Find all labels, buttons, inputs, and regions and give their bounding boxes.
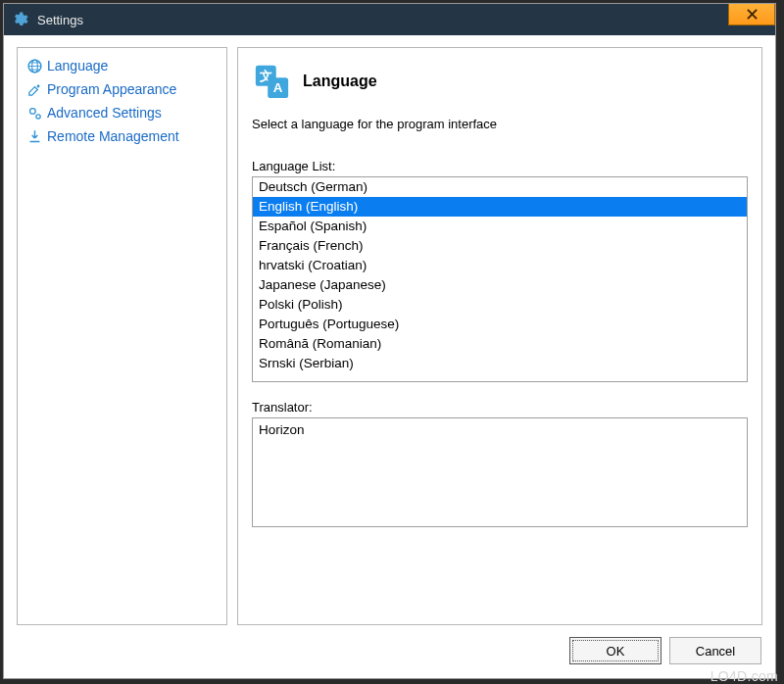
language-option[interactable]: Polski (Polish) (253, 295, 747, 315)
language-option[interactable]: Español (Spanish) (253, 217, 747, 236)
svg-point-2 (36, 84, 39, 87)
sidebar-item-label: Program Appearance (47, 78, 176, 100)
language-list-label: Language List: (252, 159, 748, 173)
window-title: Settings (37, 13, 83, 27)
sidebar-item-label: Language (47, 55, 108, 76)
sidebar-item-language[interactable]: Language (22, 54, 222, 77)
gear-icon (10, 10, 29, 29)
language-option[interactable]: Srnski (Serbian) (253, 354, 747, 373)
download-icon (25, 127, 43, 145)
language-listbox[interactable]: Deutsch (German)English (English)Español… (252, 176, 748, 382)
sidebar: Language Program Appearance Advanced Set… (17, 47, 227, 625)
content-area: Language Program Appearance Advanced Set… (17, 47, 762, 625)
language-option[interactable]: Deutsch (German) (253, 177, 747, 197)
globe-icon (25, 57, 43, 74)
sidebar-item-advanced[interactable]: Advanced Settings (22, 101, 222, 124)
main-header: 文 A Language (252, 62, 748, 101)
translator-box: Horizon (252, 417, 748, 527)
language-option[interactable]: Japanese (Japanese) (253, 275, 747, 295)
button-row: OK Cancel (569, 637, 761, 664)
main-panel: 文 A Language Select a language for the p… (237, 47, 762, 625)
language-option[interactable]: Français (French) (253, 236, 747, 256)
gears-icon (25, 104, 43, 122)
sidebar-item-label: Remote Management (47, 125, 179, 147)
language-option[interactable]: Română (Romanian) (253, 334, 747, 354)
sidebar-item-label: Advanced Settings (47, 102, 162, 123)
page-subtitle: Select a language for the program interf… (252, 117, 748, 131)
svg-point-4 (35, 114, 39, 118)
cancel-button[interactable]: Cancel (669, 637, 761, 664)
titlebar: Settings (4, 4, 775, 35)
sidebar-item-appearance[interactable]: Program Appearance (22, 77, 222, 101)
svg-point-3 (29, 108, 35, 114)
ok-button[interactable]: OK (569, 637, 662, 664)
translator-value: Horizon (259, 422, 305, 437)
page-heading: Language (303, 73, 377, 90)
settings-window: Settings Language Program Appearance (3, 3, 776, 679)
translator-label: Translator: (252, 400, 748, 415)
close-button[interactable] (728, 4, 775, 25)
sidebar-item-remote[interactable]: Remote Management (22, 124, 222, 148)
brush-icon (25, 80, 43, 98)
svg-text:A: A (273, 80, 283, 95)
language-option[interactable]: hrvatski (Croatian) (253, 256, 747, 275)
language-option[interactable]: English (English) (253, 197, 747, 217)
language-option[interactable]: Português (Portuguese) (253, 315, 747, 334)
translate-icon: 文 A (252, 62, 291, 101)
